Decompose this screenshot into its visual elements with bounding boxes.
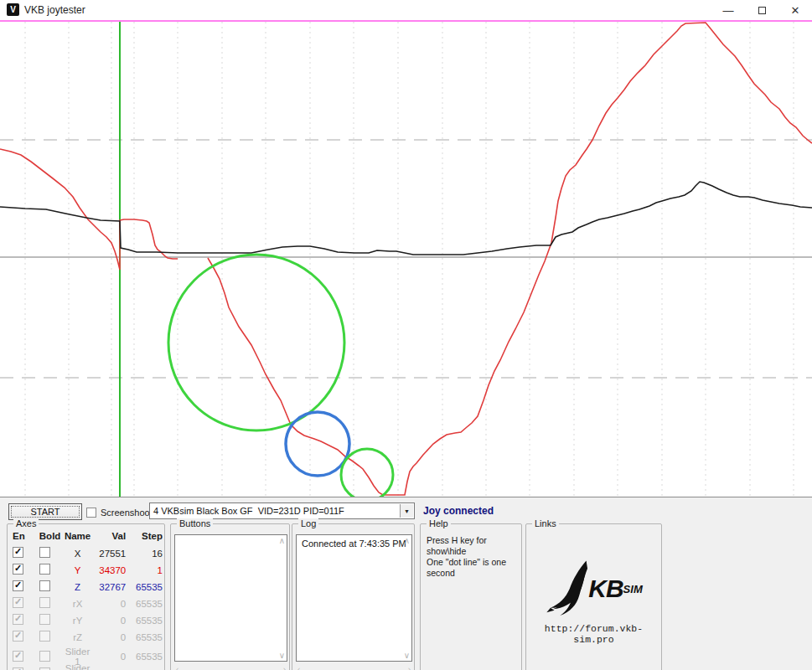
control-panel: START Screenshoot 4 VKBsim Black Box GF …	[0, 497, 812, 670]
logo-kb-text: KB	[588, 575, 623, 603]
links-group-title: Links	[532, 518, 559, 528]
close-button[interactable]: ✕	[778, 0, 812, 20]
axis-name: rX	[63, 599, 93, 609]
axes-row-y: Y343701	[8, 564, 164, 576]
annotation-circle-blue	[286, 412, 349, 476]
buttons-listbox[interactable]: ∧ ∨	[174, 534, 287, 662]
help-group: Help Press H key for show\hide One "dot …	[420, 523, 522, 670]
axes-group: Axes En Bold Name Val Step X2755116Y3437…	[7, 523, 165, 670]
axis-value: 32767	[92, 582, 129, 592]
en-checkbox-rz	[13, 631, 23, 642]
minimize-button[interactable]: —	[711, 0, 745, 20]
header-en: En	[8, 531, 39, 541]
log-listbox[interactable]: Connected at 7:43:35 PM ∧ ∨	[296, 534, 412, 662]
en-checkbox-x[interactable]	[13, 547, 23, 558]
axis-y-red-segment-b	[208, 23, 812, 495]
screenshot-checkbox[interactable]	[86, 508, 96, 518]
app-icon: V	[7, 3, 19, 16]
bold-checkbox-slider1	[39, 651, 50, 662]
en-checkbox-slider2	[13, 667, 23, 670]
en-checkbox-z[interactable]	[13, 580, 23, 591]
en-checkbox-ry	[13, 614, 23, 625]
axis-step: 1	[129, 565, 164, 575]
titlebar: V VKB joytester — ✕	[0, 0, 812, 20]
bold-checkbox-rz	[39, 631, 50, 642]
axis-step: 65535	[129, 652, 164, 662]
axis-step: 65535	[129, 616, 164, 626]
en-checkbox-rx	[13, 597, 23, 608]
bold-checkbox-slider2	[39, 667, 50, 670]
scroll-left-icon[interactable]: ‹	[176, 665, 178, 670]
scroll-up-icon[interactable]: ∧	[404, 536, 410, 545]
axis-name: Y	[63, 565, 93, 575]
header-name: Name	[63, 531, 93, 541]
log-group-title: Log	[298, 518, 318, 528]
header-val: Val	[92, 531, 129, 541]
device-select[interactable]: 4 VKBsim Black Box GF VID=231D PID=011F …	[149, 502, 415, 519]
bold-checkbox-rx	[39, 597, 50, 608]
screenshot-label: Screenshoot	[101, 508, 153, 518]
buttons-group: Buttons ∧ ∨ ‹ ›	[170, 523, 290, 670]
axis-value: 0	[92, 632, 129, 642]
scroll-down-icon[interactable]: ∨	[404, 651, 410, 660]
axis-x-black	[0, 182, 812, 255]
axis-value: 34370	[92, 565, 129, 575]
app-window: V VKB joytester — ✕ START Screenshoot 4 …	[0, 0, 812, 670]
bold-checkbox-ry	[39, 614, 50, 625]
bold-checkbox-x[interactable]	[39, 547, 50, 558]
axes-row-rx: rX065535	[8, 597, 164, 610]
joystick-trace-plot	[0, 22, 812, 497]
buttons-hscrollbar[interactable]: ‹ ›	[174, 665, 287, 670]
bird-icon	[545, 559, 593, 618]
connection-status: Joy connected	[423, 505, 494, 517]
annotation-circle-green-small	[341, 449, 393, 497]
bold-checkbox-z[interactable]	[39, 580, 50, 591]
maximize-button[interactable]	[745, 0, 778, 20]
scroll-right-icon[interactable]: ›	[408, 665, 411, 670]
forum-link[interactable]: http://forum.vkb-sim.pro	[526, 623, 661, 645]
axes-group-title: Axes	[13, 518, 39, 528]
log-hscrollbar[interactable]: ‹ ›	[296, 665, 412, 670]
help-group-title: Help	[427, 518, 451, 528]
axis-step: 16	[129, 549, 164, 559]
axis-value: 27551	[92, 549, 129, 559]
help-text: Press H key for show\hide One "dot line"…	[427, 535, 521, 579]
axes-row-x: X2755116	[8, 547, 164, 559]
axes-table-header: En Bold Name Val Step	[8, 531, 164, 541]
annotation-circle-green-large	[168, 255, 344, 430]
header-step: Step	[129, 531, 164, 541]
links-group: Links KBSIM http://forum.vkb-sim.pro	[525, 523, 662, 670]
bold-checkbox-y[interactable]	[39, 564, 50, 575]
axis-step: 65535	[129, 582, 164, 592]
chart-canvas	[0, 20, 812, 497]
axis-name: rZ	[63, 632, 93, 642]
axis-name: X	[63, 549, 93, 559]
axis-name: Z	[63, 582, 93, 592]
axis-step: 65535	[129, 599, 164, 609]
en-checkbox-slider1	[13, 651, 23, 662]
scroll-up-icon[interactable]: ∧	[279, 536, 285, 545]
axis-step: 65535	[129, 632, 164, 642]
axis-value: 0	[92, 599, 129, 609]
axis-value: 0	[92, 616, 129, 626]
logo-sim-text: SIM	[623, 583, 643, 595]
start-button[interactable]: START	[8, 503, 82, 520]
maximize-icon	[758, 7, 766, 14]
axes-row-z: Z3276765535	[8, 580, 164, 593]
device-selected-value: 4 VKBsim Black Box GF VID=231D PID=011F	[153, 506, 344, 516]
chevron-down-icon[interactable]: ▼	[400, 504, 413, 518]
axis-name: rY	[63, 616, 93, 626]
buttons-group-title: Buttons	[177, 518, 213, 528]
log-entry: Connected at 7:43:35 PM	[297, 535, 411, 552]
axes-row-slider2: Slider 2065535	[8, 663, 164, 670]
axis-value: 0	[92, 652, 129, 662]
en-checkbox-y[interactable]	[13, 564, 23, 575]
scroll-down-icon[interactable]: ∨	[279, 651, 285, 660]
axes-row-rz: rZ065535	[8, 631, 164, 643]
window-title: VKB joytester	[24, 4, 85, 16]
axis-name: Slider 2	[63, 663, 93, 670]
scroll-right-icon[interactable]: ›	[283, 665, 286, 670]
axes-row-ry: rY065535	[8, 614, 164, 626]
scroll-left-icon[interactable]: ‹	[297, 665, 300, 670]
log-group: Log Connected at 7:43:35 PM ∧ ∨ ‹ ›	[292, 523, 415, 670]
